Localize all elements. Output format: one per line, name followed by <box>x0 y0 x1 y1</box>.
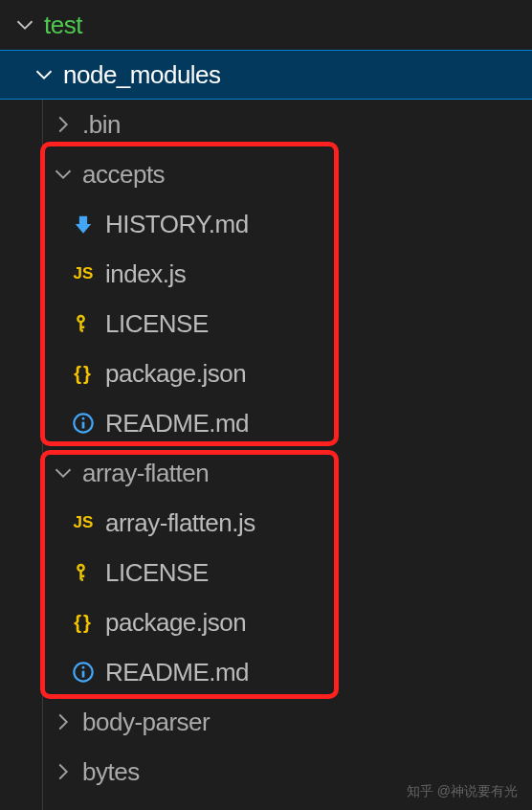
folder-label: .bin <box>82 110 121 140</box>
folder-row-test[interactable]: test <box>0 0 532 50</box>
file-label: package.json <box>105 359 246 389</box>
file-row-license-2[interactable]: LICENSE <box>0 548 532 597</box>
svg-point-3 <box>78 565 83 571</box>
file-label: index.js <box>105 259 186 289</box>
chevron-down-icon <box>15 15 34 34</box>
chevron-right-icon <box>54 712 73 731</box>
folder-label: bytes <box>82 757 140 787</box>
folder-label: array-flatten <box>82 459 209 488</box>
file-row-readme-2[interactable]: README.md <box>0 647 532 697</box>
file-label: LICENSE <box>105 558 209 588</box>
folder-label: accepts <box>82 160 165 190</box>
folder-row-node-modules[interactable]: node_modules <box>0 50 532 100</box>
file-row-array-flatten-js[interactable]: JS array-flatten.js <box>0 498 532 548</box>
folder-row-accepts[interactable]: accepts <box>0 149 532 199</box>
js-icon: JS <box>73 263 94 284</box>
chevron-right-icon <box>54 115 73 134</box>
braces-icon: {} <box>73 363 94 384</box>
file-label: array-flatten.js <box>105 508 255 538</box>
chevron-down-icon <box>54 463 73 483</box>
folder-label: node_modules <box>63 60 221 90</box>
file-label: LICENSE <box>105 309 209 339</box>
folder-row-bin[interactable]: .bin <box>0 100 532 149</box>
key-icon <box>73 313 94 334</box>
info-icon <box>73 662 94 683</box>
folder-row-array-flatten[interactable]: array-flatten <box>0 448 532 498</box>
chevron-right-icon <box>54 762 73 781</box>
svg-point-0 <box>78 316 83 322</box>
file-label: HISTORY.md <box>105 210 249 239</box>
key-icon <box>73 562 94 583</box>
folder-label: test <box>44 11 82 40</box>
file-label: README.md <box>105 409 249 439</box>
file-row-package-json[interactable]: {} package.json <box>0 349 532 398</box>
file-row-history[interactable]: HISTORY.md <box>0 199 532 249</box>
arrow-down-icon <box>73 214 94 235</box>
svg-point-5 <box>82 666 85 669</box>
chevron-down-icon <box>34 65 54 84</box>
file-row-license[interactable]: LICENSE <box>0 299 532 349</box>
braces-icon: {} <box>73 612 94 633</box>
js-icon: JS <box>73 512 94 533</box>
watermark-text: 知乎 @神说要有光 <box>407 783 518 800</box>
file-label: README.md <box>105 658 249 687</box>
file-label: package.json <box>105 608 246 638</box>
file-row-readme[interactable]: README.md <box>0 398 532 448</box>
info-icon <box>73 413 94 434</box>
file-row-index-js[interactable]: JS index.js <box>0 249 532 299</box>
svg-point-2 <box>82 417 85 420</box>
file-row-package-json-2[interactable]: {} package.json <box>0 597 532 647</box>
chevron-down-icon <box>54 165 73 184</box>
folder-row-body-parser[interactable]: body-parser <box>0 697 532 747</box>
folder-label: body-parser <box>82 708 210 737</box>
